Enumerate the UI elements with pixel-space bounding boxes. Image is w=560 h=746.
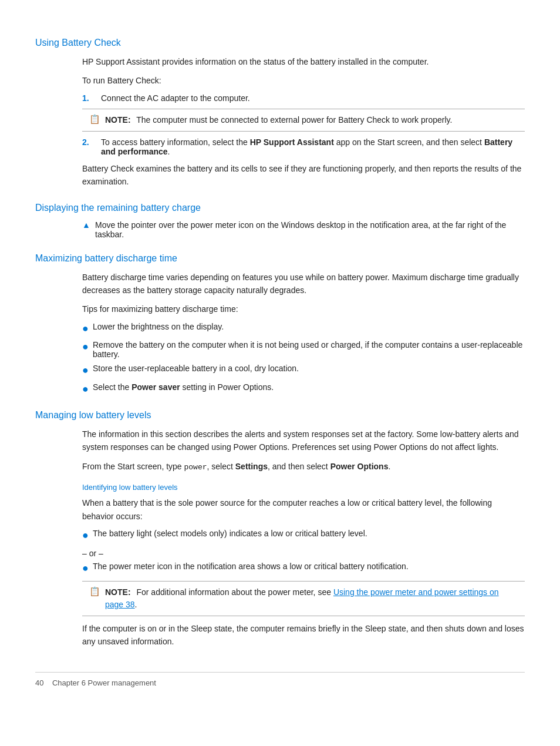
step-1-num: 1. (82, 93, 96, 103)
managing-low-para2: From the Start screen, type power, selec… (82, 460, 525, 474)
bullet-remove-battery: ● Remove the battery on the computer whe… (82, 340, 525, 359)
bullet-dot-2: ● (82, 340, 93, 354)
bullet-dot-5: ● (82, 529, 93, 542)
identifying-low-intro: When a battery that is the sole power so… (82, 496, 525, 523)
managing-low-heading: Managing low battery levels (35, 410, 525, 421)
bullet-dot-1: ● (82, 322, 93, 335)
note-label: NOTE: (105, 115, 131, 125)
maximizing-discharge-intro1: Battery discharge time varies depending … (82, 271, 525, 297)
hp-support-bold: HP Support Assistant (250, 137, 334, 147)
note-icon: 📋 (89, 114, 100, 125)
step-2-text: To access battery information, select th… (101, 137, 525, 156)
using-battery-check-intro: HP Support Assistant provides informatio… (82, 55, 525, 68)
bullet-remove-battery-text: Remove the battery on the computer when … (93, 340, 525, 359)
managing-low-conclusion: If the computer is on or in the Sleep st… (82, 622, 525, 648)
power-meter-link[interactable]: Using the power meter and power settings… (105, 587, 499, 609)
power-options-bold: Power Options (330, 462, 389, 471)
note-box-battery-check: 📋 NOTE: The computer must be connected t… (82, 109, 525, 132)
bullet-power-saver: ● Select the Power saver setting in Powe… (82, 382, 525, 396)
step-2: 2. To access battery information, select… (82, 137, 525, 156)
step-1: 1. Connect the AC adapter to the compute… (82, 93, 525, 103)
bullet-battery-light: ● The battery light (select models only)… (82, 529, 525, 542)
displaying-charge-bullet: ▲ Move the pointer over the power meter … (82, 220, 525, 239)
bullet-dot-3: ● (82, 364, 93, 377)
page-footer: 40 Chapter 6 Power management (35, 672, 525, 687)
using-battery-check-heading: Using Battery Check (35, 38, 525, 48)
note-content-2: For additional information about the pow… (105, 587, 499, 609)
note-text: NOTE: The computer must be connected to … (105, 114, 452, 126)
note-icon-2: 📋 (89, 586, 100, 597)
settings-bold: Settings (235, 462, 268, 471)
note-label-2: NOTE: (105, 587, 131, 597)
or-separator: – or – (82, 549, 525, 558)
displaying-charge-heading: Displaying the remaining battery charge (35, 203, 525, 213)
battery-check-conclusion: Battery Check examines the battery and i… (82, 162, 525, 189)
power-code: power (184, 463, 207, 472)
run-label: To run Battery Check: (82, 74, 525, 87)
triangle-icon: ▲ (82, 220, 95, 230)
bullet-store-battery-text: Store the user-replaceable battery in a … (93, 364, 299, 373)
footer-page-chapter: 40 Chapter 6 Power management (35, 678, 156, 687)
managing-low-para1: The information in this section describe… (82, 428, 525, 454)
bullet-power-meter-text: The power meter icon in the notification… (93, 562, 409, 571)
note-text-2: NOTE: For additional information about t… (105, 586, 518, 611)
note-box-power-meter: 📋 NOTE: For additional information about… (82, 581, 525, 616)
bullet-dot-4: ● (82, 382, 93, 396)
bullet-lower-brightness: ● Lower the brightness on the display. (82, 322, 525, 335)
step-2-num: 2. (82, 137, 96, 147)
bullet-battery-light-text: The battery light (select models only) i… (93, 529, 367, 538)
bullet-lower-brightness-text: Lower the brightness on the display. (93, 322, 224, 331)
bullet-store-battery: ● Store the user-replaceable battery in … (82, 364, 525, 377)
maximizing-discharge-heading: Maximizing battery discharge time (35, 253, 525, 264)
note-content: The computer must be connected to extern… (136, 115, 452, 125)
bullet-dot-6: ● (82, 562, 93, 575)
bullet-power-meter: ● The power meter icon in the notificati… (82, 562, 525, 575)
power-saver-bold: Power saver (131, 382, 180, 392)
maximizing-discharge-intro2: Tips for maximizing battery discharge ti… (82, 303, 525, 315)
bullet-power-saver-text: Select the Power saver setting in Power … (93, 382, 274, 392)
displaying-charge-text: Move the pointer over the power meter ic… (95, 220, 525, 239)
identifying-low-subheading: Identifying low battery levels (82, 483, 525, 492)
step-1-text: Connect the AC adapter to the computer. (101, 93, 250, 103)
